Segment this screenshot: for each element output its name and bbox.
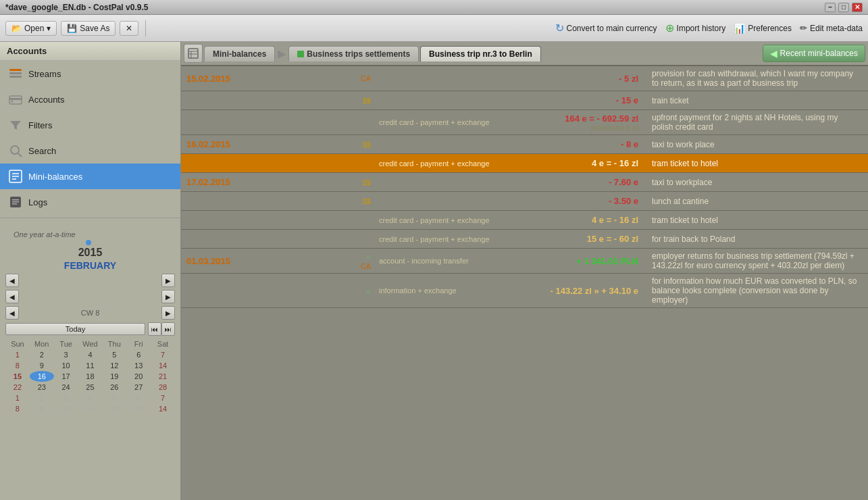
close-button[interactable]: ✕: [852, 3, 863, 12]
cal-day-11[interactable]: 11: [78, 360, 103, 371]
cal-day-om-7[interactable]: 7: [151, 393, 175, 403]
convert-button[interactable]: ↻ Convert to main currency: [555, 22, 657, 34]
cal-day-24[interactable]: 24: [54, 382, 78, 393]
cal-day-om-12[interactable]: 12: [102, 403, 126, 414]
table-row[interactable]: $$ - 3.50 e lunch at cantine: [181, 192, 868, 211]
cal-day-13[interactable]: 13: [126, 360, 151, 371]
sidebar-item-mini-balances[interactable]: Mini-balances: [0, 164, 180, 189]
cal-day-20[interactable]: 20: [126, 371, 151, 382]
table-row[interactable]: 17.02.2015 $$ - 7.60 e taxi to workplace: [181, 173, 868, 192]
sidebar-item-logs[interactable]: Logs: [0, 189, 180, 215]
cal-day-om-6[interactable]: 6: [126, 393, 151, 403]
next-month-button[interactable]: ▶: [161, 290, 175, 303]
cal-day-6[interactable]: 6: [126, 349, 151, 360]
cal-day-9[interactable]: 9: [30, 360, 54, 371]
day-header-fri: Fri: [126, 339, 151, 349]
tx-desc: account - incoming transfer: [374, 254, 509, 268]
cal-day-om-11[interactable]: 11: [78, 403, 103, 414]
sidebar-item-accounts[interactable]: Accounts: [0, 86, 180, 112]
table-icon-button[interactable]: [184, 44, 203, 63]
tx-currency: »: [306, 283, 374, 299]
preferences-button[interactable]: 📊 Preferences: [734, 23, 792, 34]
table-row[interactable]: credit card - payment + exchange 15 e = …: [181, 230, 868, 249]
today-button[interactable]: Today: [5, 323, 145, 335]
table-row[interactable]: credit card - payment + exchange 4 e = -…: [181, 154, 868, 173]
table-row[interactable]: 15.02.2015 CA - 5 zl provision for cash …: [181, 66, 868, 91]
cal-day-28[interactable]: 28: [151, 382, 175, 393]
cal-day-10[interactable]: 10: [54, 360, 78, 371]
tx-note: tram ticket to hotel: [644, 213, 868, 228]
next-week-button[interactable]: ▶: [161, 306, 175, 320]
cal-day-15[interactable]: 15: [5, 371, 30, 382]
cal-day-7[interactable]: 7: [151, 349, 175, 360]
prev-week-button[interactable]: ◀: [5, 306, 19, 320]
cal-day-om-13[interactable]: 13: [126, 403, 151, 414]
tab-business-trip-berlin[interactable]: Business trip nr.3 to Berlin: [420, 46, 541, 61]
calendar-week-1: 1 2 3 4 5 6 7: [5, 349, 175, 360]
save-as-button[interactable]: 💾 Save As: [61, 21, 116, 36]
cal-day-22[interactable]: 22: [5, 382, 30, 393]
cal-day-1[interactable]: 1: [5, 349, 30, 360]
sidebar-item-filters[interactable]: Filters: [0, 112, 180, 138]
cal-day-12[interactable]: 12: [102, 360, 126, 371]
open-button[interactable]: 📂 Open ▾: [5, 21, 57, 36]
minimize-button[interactable]: –: [825, 3, 836, 12]
cal-day-4[interactable]: 4: [78, 349, 103, 360]
cal-day-18[interactable]: 18: [78, 371, 103, 382]
cal-day-5[interactable]: 5: [102, 349, 126, 360]
cal-day-16[interactable]: 16: [30, 371, 54, 382]
tx-date: 15.02.2015: [181, 71, 306, 86]
first-date-button[interactable]: ⏮: [148, 322, 161, 336]
cal-day-26[interactable]: 26: [102, 382, 126, 393]
recent-mini-balances-button[interactable]: ◀ Recent mini-balances: [763, 45, 865, 62]
cal-day-23[interactable]: 23: [30, 382, 54, 393]
table-row[interactable]: credit card - payment + exchange 4 e = -…: [181, 211, 868, 230]
cal-day-8[interactable]: 8: [5, 360, 30, 371]
svg-rect-16: [12, 203, 17, 205]
cal-day-25[interactable]: 25: [78, 382, 103, 393]
maximize-button[interactable]: □: [838, 3, 849, 12]
cal-day-om-4[interactable]: 4: [78, 393, 103, 403]
cal-day-om-9[interactable]: 9: [30, 403, 54, 414]
mini-balances-label: Mini-balances: [28, 172, 82, 182]
last-date-button[interactable]: ⏭: [161, 322, 175, 336]
streams-label: Streams: [28, 69, 61, 79]
sidebar-item-search[interactable]: Search: [0, 138, 180, 164]
table-row[interactable]: credit card - payment + exchange 164 e =…: [181, 110, 868, 135]
cal-day-om-10[interactable]: 10: [54, 403, 78, 414]
table-row[interactable]: » information + exchange - 143.22 zl » +…: [181, 274, 868, 308]
sidebar-item-streams[interactable]: Streams: [0, 61, 180, 86]
open-label: Open: [24, 24, 44, 33]
table-row[interactable]: 01.03.2015 » CA account - incoming trans…: [181, 249, 868, 274]
sidebar: Accounts Streams Accounts Filters Search: [0, 42, 181, 500]
toolbar-right: ↻ Convert to main currency ⊕ Import hist…: [555, 22, 863, 34]
cal-day-27[interactable]: 27: [126, 382, 151, 393]
next-year-button[interactable]: ▶: [161, 274, 175, 287]
filters-label: Filters: [28, 120, 52, 130]
tab-business-trips[interactable]: Business trips settlements: [288, 46, 419, 61]
cal-day-om-14[interactable]: 14: [151, 403, 175, 414]
cal-day-om-2[interactable]: 2: [30, 393, 54, 403]
mini-balances-icon: [8, 169, 23, 184]
import-history-button[interactable]: ⊕ Import history: [665, 22, 726, 34]
cal-day-om-8[interactable]: 8: [5, 403, 30, 414]
cal-day-19[interactable]: 19: [102, 371, 126, 382]
edit-meta-button[interactable]: ✏ Edit meta-data: [800, 23, 863, 33]
cal-day-2[interactable]: 2: [30, 349, 54, 360]
table-row[interactable]: $$ - 15 e train ticket: [181, 91, 868, 110]
cal-day-om-5[interactable]: 5: [102, 393, 126, 403]
cal-day-21[interactable]: 21: [151, 371, 175, 382]
cal-day-14[interactable]: 14: [151, 360, 175, 371]
close-file-button[interactable]: ✕: [120, 21, 138, 36]
tab-bar: Mini-balances ▶ Business trips settlemen…: [181, 42, 868, 66]
cal-day-om-1[interactable]: 1: [5, 393, 30, 403]
prev-year-button[interactable]: ◀: [5, 274, 19, 287]
cal-day-17[interactable]: 17: [54, 371, 78, 382]
tab-mini-balances[interactable]: Mini-balances: [204, 46, 275, 61]
cal-day-3[interactable]: 3: [54, 349, 78, 360]
prev-month-button[interactable]: ◀: [5, 290, 19, 303]
cal-day-om-3[interactable]: 3: [54, 393, 78, 403]
tx-desc: credit card - payment + exchange: [374, 232, 509, 246]
calendar-grid: Sun Mon Tue Wed Thu Fri Sat 1 2 3 4 5 6 …: [5, 339, 175, 414]
table-row[interactable]: 16.02.2015 $$ - 8 e taxi to work place: [181, 135, 868, 154]
